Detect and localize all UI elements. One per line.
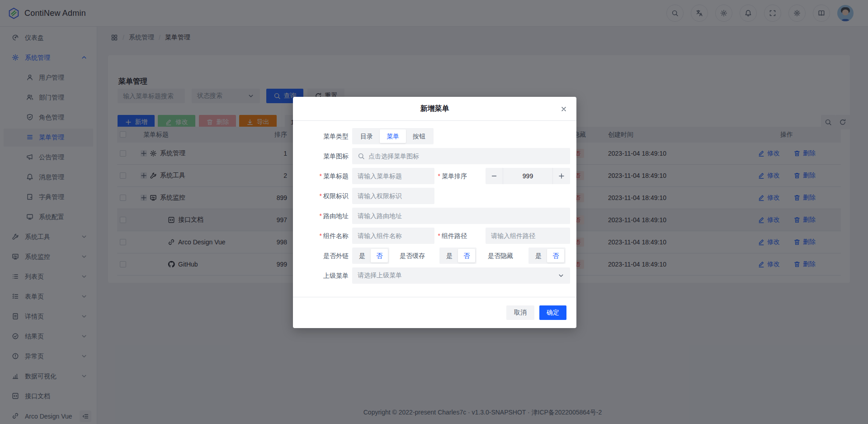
close-x-icon xyxy=(560,105,567,113)
app: { "colors": { "primary": "#165DFF", "suc… xyxy=(0,0,868,424)
component-path-label: 组件路径 xyxy=(423,228,467,244)
option-是[interactable]: 是 xyxy=(530,249,547,262)
menu-type-row: 菜单类型 目录菜单按钮 xyxy=(305,128,570,144)
close-icon[interactable] xyxy=(560,105,567,114)
permission-input[interactable] xyxy=(352,188,434,204)
option-否[interactable]: 否 xyxy=(547,249,564,262)
permission-row: 权限标识 xyxy=(305,188,570,204)
cache-label: 是否缓存 xyxy=(381,248,425,264)
menu-icon-row: 菜单图标 xyxy=(305,148,570,164)
parent-menu-label: 上级菜单 xyxy=(305,267,349,284)
option-按钮[interactable]: 按钮 xyxy=(406,129,432,143)
menu-icon-label: 菜单图标 xyxy=(305,148,349,164)
route-label: 路由地址 xyxy=(305,208,349,224)
menu-type-radio-group: 目录菜单按钮 xyxy=(352,128,434,144)
menu-title-input[interactable] xyxy=(352,168,434,184)
option-目录[interactable]: 目录 xyxy=(354,129,380,143)
chevron-down-icon xyxy=(557,272,565,279)
menu-sort-label: 菜单排序 xyxy=(423,168,467,184)
add-menu-modal: 新增菜单 菜单类型 目录菜单按钮 菜单图标 菜单标题 菜单排序 999 权限标识… xyxy=(293,97,576,328)
route-input[interactable] xyxy=(352,208,570,224)
route-row: 路由地址 xyxy=(305,208,570,224)
modal-title: 新增菜单 xyxy=(293,97,576,120)
parent-menu-select[interactable]: 请选择上级菜单 xyxy=(352,267,570,284)
menu-sort-stepper: 999 xyxy=(486,168,570,184)
confirm-button[interactable]: 确定 xyxy=(539,305,566,320)
plus-icon xyxy=(558,172,565,180)
modal-header: 新增菜单 xyxy=(293,97,576,121)
menu-title-label: 菜单标题 xyxy=(305,168,349,184)
hidden-toggle: 是否 xyxy=(528,248,566,264)
menu-icon-input[interactable] xyxy=(368,152,565,160)
minus-button[interactable] xyxy=(486,168,503,184)
permission-label: 权限标识 xyxy=(305,188,349,204)
menu-type-label: 菜单类型 xyxy=(305,128,349,144)
plus-button[interactable] xyxy=(553,168,570,184)
menu-icon-picker[interactable] xyxy=(352,148,570,164)
component-path-input[interactable] xyxy=(486,228,570,244)
menu-sort-value[interactable]: 999 xyxy=(503,168,553,184)
search-icon xyxy=(358,152,365,160)
option-菜单[interactable]: 菜单 xyxy=(380,129,406,143)
option-是[interactable]: 是 xyxy=(441,249,458,262)
parent-menu-row: 上级菜单 请选择上级菜单 xyxy=(305,267,570,284)
hidden-label: 是否隐藏 xyxy=(469,248,513,264)
component-row: 组件名称 组件路径 xyxy=(305,228,570,244)
component-name-label: 组件名称 xyxy=(305,228,349,244)
cancel-button[interactable]: 取消 xyxy=(506,305,534,320)
external-label: 是否外链 xyxy=(305,248,349,264)
menu-title-row: 菜单标题 菜单排序 999 xyxy=(305,168,570,184)
minus-icon xyxy=(491,172,498,180)
switches-row: 是否外链 是否 是否缓存 是否 是否隐藏 是否 xyxy=(305,248,570,264)
modal-footer-divider xyxy=(293,297,576,297)
component-name-input[interactable] xyxy=(352,228,434,244)
option-是[interactable]: 是 xyxy=(354,249,371,262)
